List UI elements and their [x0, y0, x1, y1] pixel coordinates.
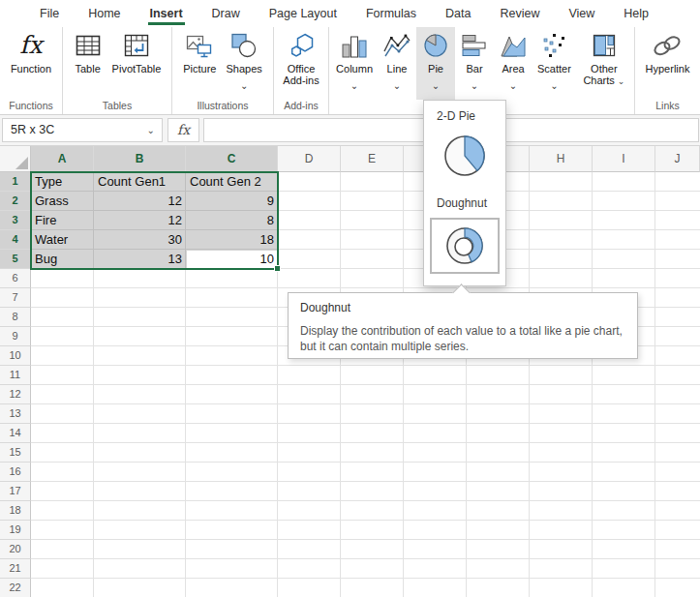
column-header[interactable]: I — [593, 146, 655, 172]
cell[interactable]: Count Gen 2 — [186, 172, 278, 192]
cell[interactable]: 30 — [94, 230, 186, 250]
tab-review[interactable]: Review — [485, 0, 554, 27]
gridline — [31, 423, 700, 424]
picture-icon — [185, 31, 214, 60]
group-label-functions: Functions — [0, 100, 62, 114]
table-icon — [74, 31, 103, 60]
column-header[interactable]: D — [278, 146, 341, 172]
tab-data[interactable]: Data — [431, 0, 485, 27]
column-header[interactable]: C — [186, 146, 278, 172]
column-header[interactable]: E — [341, 146, 404, 172]
cell[interactable]: 12 — [94, 192, 186, 211]
cell[interactable]: Fire — [31, 211, 94, 230]
cell[interactable]: 10 — [186, 250, 278, 269]
row-header[interactable]: 10 — [0, 346, 31, 366]
tab-page-layout[interactable]: Page Layout — [255, 0, 351, 27]
row-header[interactable]: 16 — [0, 463, 31, 482]
ribbon-group-illustrations: Picture Shapes Illustrations — [172, 27, 274, 114]
row-header[interactable]: 7 — [0, 288, 31, 308]
bar-chart-button[interactable]: Bar — [455, 27, 494, 100]
hyperlink-button[interactable]: Hyperlink — [641, 27, 695, 100]
chevron-down-icon — [509, 75, 517, 86]
tab-insert[interactable]: Insert — [136, 0, 198, 27]
doughnut-option[interactable] — [430, 218, 500, 274]
chevron-down-icon — [471, 75, 478, 86]
cell[interactable]: 9 — [186, 192, 278, 211]
line-chart-button[interactable]: Line — [378, 27, 416, 100]
cell[interactable]: 13 — [94, 250, 186, 269]
row-header[interactable]: 22 — [0, 579, 31, 597]
row-header[interactable]: 19 — [0, 521, 31, 540]
pie-2d-option[interactable] — [439, 131, 491, 181]
column-header[interactable]: B — [94, 146, 186, 172]
area-chart-button[interactable]: Area — [494, 27, 533, 100]
column-chart-button[interactable]: Column — [331, 27, 378, 100]
table-button[interactable]: Table — [69, 27, 107, 100]
name-box[interactable]: 5R x 3C — [2, 118, 163, 142]
scatter-chart-button[interactable]: Scatter — [533, 27, 576, 100]
cell[interactable]: Count Gen1 — [94, 172, 186, 192]
column-header[interactable]: H — [530, 146, 593, 172]
pivottable-icon — [122, 31, 151, 60]
column-header[interactable]: J — [655, 146, 700, 172]
ribbon-group-addins: Office Add-ins Add-ins — [274, 27, 329, 114]
row-header[interactable]: 6 — [0, 269, 31, 288]
row-header[interactable]: 4 — [0, 230, 31, 250]
group-label-illustrations: Illustrations — [172, 100, 273, 114]
tab-home[interactable]: Home — [74, 0, 135, 27]
row-header[interactable]: 12 — [0, 385, 31, 404]
row-header[interactable]: 2 — [0, 192, 31, 211]
row-header[interactable]: 5 — [0, 250, 31, 269]
select-all-corner[interactable] — [0, 146, 31, 172]
gridline — [31, 578, 700, 579]
row-header[interactable]: 14 — [0, 424, 31, 443]
gridline — [31, 384, 700, 385]
other-charts-button[interactable]: Other Charts — [576, 27, 632, 100]
insert-function-button[interactable]: fx — [167, 118, 199, 142]
other-charts-icon — [590, 31, 619, 60]
row-header[interactable]: 11 — [0, 366, 31, 385]
bar-chart-icon — [460, 31, 489, 60]
cell[interactable]: 8 — [186, 211, 278, 230]
row-header[interactable]: 20 — [0, 540, 31, 559]
row-header[interactable]: 15 — [0, 443, 31, 463]
pie-chart-dropdown: 2-D Pie Doughnut — [423, 100, 506, 286]
tab-file[interactable]: File — [25, 0, 74, 27]
picture-button[interactable]: Picture — [178, 27, 221, 100]
cell[interactable]: Bug — [31, 250, 94, 269]
function-button[interactable]: fx Function — [6, 27, 56, 100]
pie-chart-button[interactable]: Pie — [416, 27, 455, 100]
column-header[interactable]: A — [31, 146, 94, 172]
office-addins-button[interactable]: Office Add-ins — [275, 27, 327, 100]
tab-formulas[interactable]: Formulas — [351, 0, 431, 27]
row-header[interactable]: 17 — [0, 482, 31, 501]
row-header[interactable]: 1 — [0, 172, 31, 192]
cell[interactable]: Grass — [31, 192, 94, 211]
fill-handle[interactable] — [274, 265, 281, 272]
function-fx-icon: fx — [15, 31, 47, 60]
cell[interactable]: 12 — [94, 211, 186, 230]
cell[interactable]: Type — [31, 172, 94, 192]
row-header[interactable]: 8 — [0, 308, 31, 327]
doughnut-icon — [443, 224, 486, 267]
row-header[interactable]: 18 — [0, 501, 31, 521]
tab-draw[interactable]: Draw — [198, 0, 255, 27]
cell[interactable]: Water — [31, 230, 94, 250]
hyperlink-icon — [651, 31, 684, 60]
shapes-button[interactable]: Shapes — [221, 27, 266, 100]
pivottable-button[interactable]: PivotTable — [107, 27, 167, 100]
line-chart-icon — [382, 31, 411, 60]
chevron-down-icon — [615, 75, 625, 86]
ribbon-group-tables: Table PivotTable Tables — [63, 27, 172, 114]
cell[interactable]: 18 — [186, 230, 278, 250]
row-header[interactable]: 13 — [0, 404, 31, 424]
tooltip-body: Display the contribution of each value t… — [300, 323, 625, 354]
row-header[interactable]: 21 — [0, 559, 31, 579]
tab-help[interactable]: Help — [609, 0, 663, 27]
excel-window: File Home Insert Draw Page Layout Formul… — [0, 0, 700, 597]
row-header[interactable]: 3 — [0, 211, 31, 230]
row-header[interactable]: 9 — [0, 327, 31, 346]
gridline — [31, 365, 700, 366]
tooltip-title: Doughnut — [300, 301, 625, 314]
tab-view[interactable]: View — [554, 0, 609, 27]
